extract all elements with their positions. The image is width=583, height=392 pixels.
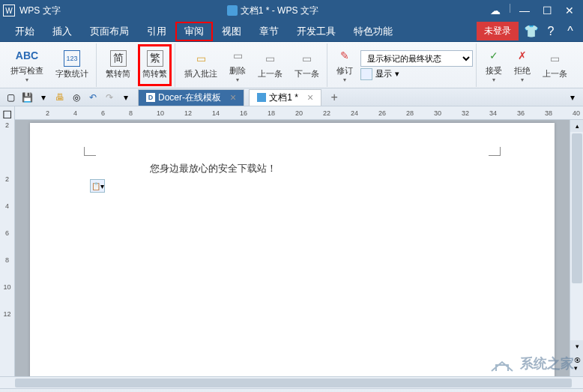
tab-document[interactable]: 文档1 * × bbox=[249, 89, 321, 106]
scroll-down-icon[interactable]: ▾ bbox=[570, 340, 583, 352]
menu-features[interactable]: 特色功能 bbox=[345, 22, 402, 41]
scroll-up-icon[interactable]: ▴ bbox=[570, 120, 583, 132]
save-icon[interactable]: 💾 bbox=[19, 90, 34, 105]
margin-mark bbox=[84, 147, 96, 156]
ribbon-group-proofing: ABC 拼写检查 ▾ 123 字数统计 bbox=[3, 43, 97, 87]
menu-references[interactable]: 引用 bbox=[138, 22, 175, 41]
tab-list-icon[interactable]: ▾ bbox=[565, 90, 580, 105]
accept-button[interactable]: ✓ 接受 ▾ bbox=[481, 44, 507, 86]
track-display-select[interactable]: 显示标记的最终状态 bbox=[360, 50, 473, 67]
minimize-button[interactable]: — bbox=[514, 2, 535, 19]
menubar-icons: 👕 ? ^ bbox=[525, 25, 577, 38]
statusbar: 页码：1 页面：1/1 节：1/1 行：2 列：1 字数：18 ☑ 拼写检查 ▤… bbox=[0, 388, 583, 392]
page[interactable]: 您身边最放心的安全下载站！ 📋▾ bbox=[30, 123, 555, 376]
accept-icon: ✓ bbox=[486, 47, 502, 64]
login-status[interactable]: 未登录 bbox=[477, 22, 519, 40]
maximize-button[interactable]: ☐ bbox=[537, 2, 558, 19]
menubar: 开始 插入 页面布局 引用 审阅 视图 章节 开发工具 特色功能 未登录 👕 ?… bbox=[0, 21, 583, 42]
menu-start[interactable]: 开始 bbox=[6, 22, 43, 41]
titlebar-center: 文档1 * - WPS 文字 bbox=[61, 4, 485, 17]
horizontal-scrollbar[interactable] bbox=[0, 376, 583, 388]
reject-button[interactable]: ✗ 拒绝 ▾ bbox=[510, 44, 535, 86]
quick-access-toolbar: ▢ 💾 ▾ 🖶 ◎ ↶ ↷ ▾ D Docer-在线模板 × 文档1 * × +… bbox=[0, 88, 583, 106]
ribbon-group-comments: ▭ 插入批注 ▭ 删除 ▾ ▭ 上一条 ▭ 下一条 bbox=[177, 43, 327, 87]
window-controls: ☁ | — ☐ ✕ bbox=[485, 2, 580, 19]
menu-chapter[interactable]: 章节 bbox=[250, 22, 288, 41]
prev-comment-button[interactable]: ▭ 上一条 bbox=[253, 44, 287, 86]
simplified-button[interactable]: 简 繁转简 bbox=[101, 44, 135, 86]
margin-mark bbox=[489, 147, 501, 156]
ribbon-group-tracking: ✎ 修订 ▾ 显示标记的最终状态 显示 ▾ bbox=[329, 43, 477, 87]
scroll-thumb-h[interactable] bbox=[15, 379, 572, 388]
simplified-icon: 简 bbox=[110, 50, 127, 67]
spell-check-button[interactable]: ABC 拼写检查 ▾ bbox=[6, 44, 48, 86]
undo-icon[interactable]: ↶ bbox=[85, 90, 100, 105]
next-comment-button[interactable]: ▭ 下一条 bbox=[290, 44, 324, 86]
app-icon: W bbox=[3, 4, 15, 16]
doc-icon bbox=[227, 5, 238, 16]
print-preview-icon[interactable]: ◎ bbox=[69, 90, 84, 105]
qat-dropdown[interactable]: ▾ bbox=[118, 90, 133, 105]
close-tab-icon[interactable]: × bbox=[307, 91, 313, 103]
menu-view[interactable]: 视图 bbox=[213, 22, 250, 41]
ribbon: ABC 拼写检查 ▾ 123 字数统计 简 繁转简 繁 简转繁 ▭ 插入批注 ▭… bbox=[0, 42, 583, 88]
dropdown-icon[interactable]: ▾ bbox=[36, 90, 51, 105]
vertical-scrollbar[interactable]: ▴ ▾ ⦿▾ bbox=[570, 120, 583, 376]
show-markup-label[interactable]: 显示 bbox=[375, 68, 392, 79]
doc-tab-icon bbox=[257, 93, 266, 102]
print-icon[interactable]: 🖶 bbox=[52, 90, 67, 105]
horizontal-ruler[interactable]: 2 4 6 8 10 12 14 16 18 20 22 24 26 28 30… bbox=[0, 106, 583, 120]
ribbon-group-changes: ✓ 接受 ▾ ✗ 拒绝 ▾ ▭ 上一条 bbox=[478, 43, 575, 87]
document-text[interactable]: 您身边最放心的安全下载站！ bbox=[90, 162, 495, 175]
menu-insert[interactable]: 插入 bbox=[43, 22, 81, 41]
tab-online-templates[interactable]: D Docer-在线模板 × bbox=[138, 89, 244, 106]
new-icon[interactable]: ▢ bbox=[3, 90, 18, 105]
word-count-icon: 123 bbox=[64, 50, 80, 67]
page-nav-icon[interactable]: ⦿▾ bbox=[570, 352, 583, 376]
docer-icon: D bbox=[146, 93, 155, 102]
ruler-corner: ◻ bbox=[0, 106, 15, 120]
next-icon: ▭ bbox=[299, 50, 315, 67]
collapse-icon[interactable]: ^ bbox=[564, 25, 577, 38]
menu-page-layout[interactable]: 页面布局 bbox=[81, 22, 138, 41]
delete-comment-button[interactable]: ▭ 删除 ▾ bbox=[225, 44, 250, 86]
doc-title: 文档1 * - WPS 文字 bbox=[241, 4, 318, 17]
titlebar: W WPS 文字 文档1 * - WPS 文字 ☁ | — ☐ ✕ bbox=[0, 0, 583, 21]
close-tab-icon[interactable]: × bbox=[230, 91, 236, 103]
paste-options-icon[interactable]: 📋▾ bbox=[90, 179, 105, 193]
word-count-button[interactable]: 123 字数统计 bbox=[51, 44, 93, 86]
skin-icon[interactable]: 👕 bbox=[525, 25, 538, 38]
menu-review[interactable]: 审阅 bbox=[175, 22, 213, 41]
document-area[interactable]: 您身边最放心的安全下载站！ 📋▾ bbox=[15, 120, 570, 376]
reject-icon: ✗ bbox=[514, 47, 531, 64]
prev-icon: ▭ bbox=[262, 50, 279, 67]
traditional-icon: 繁 bbox=[147, 50, 163, 67]
scroll-thumb[interactable] bbox=[572, 133, 582, 283]
traditional-button[interactable]: 繁 简转繁 bbox=[138, 44, 172, 86]
help-icon[interactable]: ? bbox=[544, 25, 558, 38]
revise-button[interactable]: ✎ 修订 ▾ bbox=[332, 44, 357, 86]
feedback-icon[interactable]: ☁ bbox=[485, 2, 506, 19]
comment-icon: ▭ bbox=[193, 50, 209, 67]
insert-comment-button[interactable]: ▭ 插入批注 bbox=[180, 44, 222, 86]
workspace: 2 2 4 6 8 10 12 您身边最放心的安全下载站！ 📋▾ ▴ ▾ ⦿▾ bbox=[0, 120, 583, 376]
app-name: WPS 文字 bbox=[19, 4, 61, 17]
close-button[interactable]: ✕ bbox=[559, 2, 580, 19]
prev-change-button[interactable]: ▭ 上一条 bbox=[538, 44, 572, 86]
show-markup-icon bbox=[360, 68, 372, 80]
prev-change-icon: ▭ bbox=[547, 50, 564, 67]
spell-check-icon: ABC bbox=[19, 47, 35, 64]
add-tab-button[interactable]: + bbox=[326, 90, 342, 105]
ribbon-group-chinese: 简 繁转简 繁 简转繁 bbox=[98, 43, 175, 87]
redo-icon[interactable]: ↷ bbox=[102, 90, 117, 105]
delete-icon: ▭ bbox=[229, 47, 246, 64]
vertical-ruler[interactable]: 2 2 4 6 8 10 12 bbox=[0, 120, 15, 376]
revise-icon: ✎ bbox=[336, 47, 353, 64]
menu-devtools[interactable]: 开发工具 bbox=[288, 22, 345, 41]
